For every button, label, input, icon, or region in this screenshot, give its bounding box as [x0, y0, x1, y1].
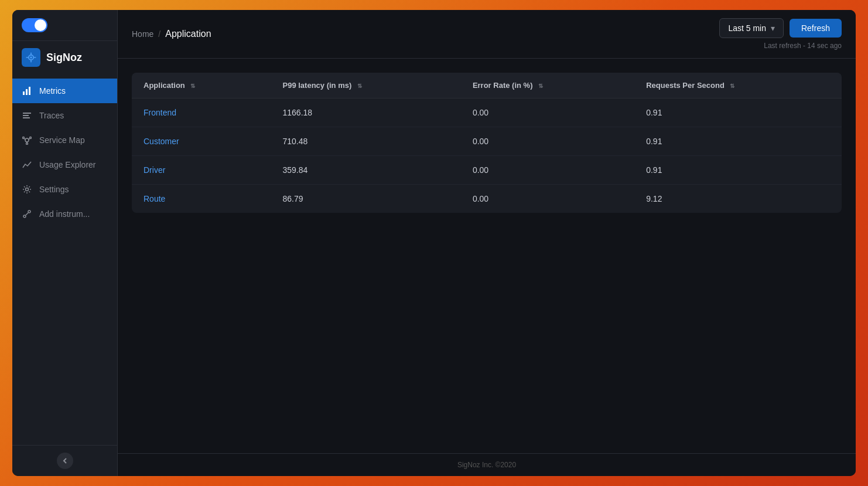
footer-text: SigNoz Inc. ©2020	[457, 461, 516, 469]
table-container: Application ⇅ P99 latency (in ms) ⇅ Erro…	[118, 59, 856, 453]
time-selector-label: Last 5 min	[728, 23, 766, 33]
table-row[interactable]: Driver359.840.000.91	[132, 156, 842, 185]
list-icon	[22, 110, 32, 121]
applications-table: Application ⇅ P99 latency (in ms) ⇅ Erro…	[132, 73, 842, 213]
top-bar-controls-row: Last 5 min ▾ Refresh	[719, 18, 842, 38]
app-container: SigNoz Metrics	[12, 10, 856, 476]
cell-error-rate: 0.00	[461, 127, 634, 156]
col-requests-per-second[interactable]: Requests Per Second ⇅	[634, 73, 842, 98]
collapse-button[interactable]	[57, 453, 73, 469]
sidebar-footer	[12, 445, 117, 476]
svg-rect-10	[23, 115, 29, 116]
cell-application: Customer	[132, 127, 271, 156]
svg-line-17	[29, 138, 30, 140]
cell-application: Driver	[132, 156, 271, 185]
sidebar-item-usage-explorer-label: Usage Explorer	[39, 160, 96, 169]
table-row[interactable]: Frontend1166.180.000.91	[132, 98, 842, 127]
col-application-label: Application	[143, 81, 185, 90]
time-selector[interactable]: Last 5 min ▾	[719, 18, 784, 38]
breadcrumb: Home / Application	[132, 29, 211, 39]
table-body: Frontend1166.180.000.91Customer710.480.0…	[132, 98, 842, 213]
sort-icon-error-rate: ⇅	[538, 83, 543, 89]
svg-rect-8	[29, 87, 30, 95]
instrument-icon	[22, 209, 32, 219]
table-header: Application ⇅ P99 latency (in ms) ⇅ Erro…	[132, 73, 842, 98]
sidebar: SigNoz Metrics	[12, 10, 118, 476]
sidebar-item-add-instrument-label: Add instrum...	[39, 209, 90, 219]
col-error-rate-label: Error Rate (in %)	[473, 81, 533, 90]
cell-error-rate: 0.00	[461, 156, 634, 185]
top-bar: Home / Application Last 5 min ▾ Refresh …	[118, 10, 856, 59]
sort-icon-rps: ⇅	[730, 83, 734, 89]
gear-icon	[22, 184, 32, 195]
cell-rps: 0.91	[634, 127, 842, 156]
nav-items: Metrics Traces	[12, 74, 117, 445]
cell-p99-latency: 86.79	[271, 185, 460, 213]
svg-point-21	[23, 215, 26, 217]
cell-p99-latency: 359.84	[271, 156, 460, 185]
sidebar-item-settings-label: Settings	[39, 185, 69, 194]
logo-icon	[22, 48, 40, 67]
cell-rps: 0.91	[634, 98, 842, 127]
sidebar-item-metrics-label: Metrics	[39, 86, 66, 96]
last-refresh-text: Last refresh - 14 sec ago	[764, 42, 842, 50]
share-icon	[22, 135, 32, 145]
sidebar-item-traces-label: Traces	[39, 111, 64, 120]
svg-rect-11	[23, 117, 30, 118]
chevron-down-icon: ▾	[771, 23, 775, 33]
svg-point-12	[25, 138, 29, 142]
cell-error-rate: 0.00	[461, 185, 634, 213]
sidebar-item-settings[interactable]: Settings	[12, 177, 117, 202]
col-rps-label: Requests Per Second	[646, 81, 725, 90]
svg-point-1	[30, 56, 32, 58]
sidebar-header	[12, 10, 117, 41]
footer: SigNoz Inc. ©2020	[118, 453, 856, 476]
sidebar-item-add-instrument[interactable]: Add instrum...	[12, 202, 117, 226]
col-application[interactable]: Application ⇅	[132, 73, 271, 98]
app-link[interactable]: Driver	[143, 165, 165, 175]
breadcrumb-separator: /	[158, 29, 160, 39]
svg-line-22	[26, 213, 28, 215]
svg-rect-7	[26, 89, 28, 95]
refresh-button[interactable]: Refresh	[790, 19, 842, 38]
table-header-row: Application ⇅ P99 latency (in ms) ⇅ Erro…	[132, 73, 842, 98]
main-content: Home / Application Last 5 min ▾ Refresh …	[118, 10, 856, 476]
sort-icon-application: ⇅	[190, 83, 195, 89]
sidebar-item-usage-explorer[interactable]: Usage Explorer	[12, 152, 117, 177]
cell-application: Frontend	[132, 98, 271, 127]
theme-toggle[interactable]	[22, 18, 47, 32]
col-error-rate[interactable]: Error Rate (in %) ⇅	[461, 73, 634, 98]
sidebar-item-metrics[interactable]: Metrics	[12, 79, 117, 103]
cell-p99-latency: 710.48	[271, 127, 460, 156]
logo-section: SigNoz	[12, 41, 117, 74]
breadcrumb-home[interactable]: Home	[132, 29, 153, 39]
app-link[interactable]: Frontend	[143, 108, 176, 117]
bar-chart-icon	[22, 86, 32, 96]
app-link[interactable]: Route	[143, 194, 165, 203]
svg-point-20	[28, 210, 30, 213]
cell-application: Route	[132, 185, 271, 213]
sidebar-item-service-map[interactable]: Service Map	[12, 128, 117, 152]
brand-name: SigNoz	[46, 52, 82, 64]
cell-rps: 9.12	[634, 185, 842, 213]
col-p99-latency-label: P99 latency (in ms)	[282, 81, 351, 90]
svg-line-16	[24, 138, 25, 140]
trend-icon	[22, 159, 32, 170]
app-link[interactable]: Customer	[143, 137, 179, 146]
breadcrumb-current: Application	[165, 29, 211, 39]
col-p99-latency[interactable]: P99 latency (in ms) ⇅	[271, 73, 460, 98]
table-row[interactable]: Route86.790.009.12	[132, 185, 842, 213]
table-row[interactable]: Customer710.480.000.91	[132, 127, 842, 156]
sidebar-item-traces[interactable]: Traces	[12, 103, 117, 128]
cell-p99-latency: 1166.18	[271, 98, 460, 127]
svg-rect-6	[23, 91, 25, 95]
svg-rect-9	[23, 113, 31, 114]
sort-icon-p99: ⇅	[357, 83, 362, 89]
svg-point-19	[26, 188, 29, 191]
cell-error-rate: 0.00	[461, 98, 634, 127]
top-bar-actions: Last 5 min ▾ Refresh Last refresh - 14 s…	[719, 18, 842, 50]
cell-rps: 0.91	[634, 156, 842, 185]
svg-point-15	[26, 143, 28, 145]
sidebar-item-service-map-label: Service Map	[39, 135, 85, 145]
